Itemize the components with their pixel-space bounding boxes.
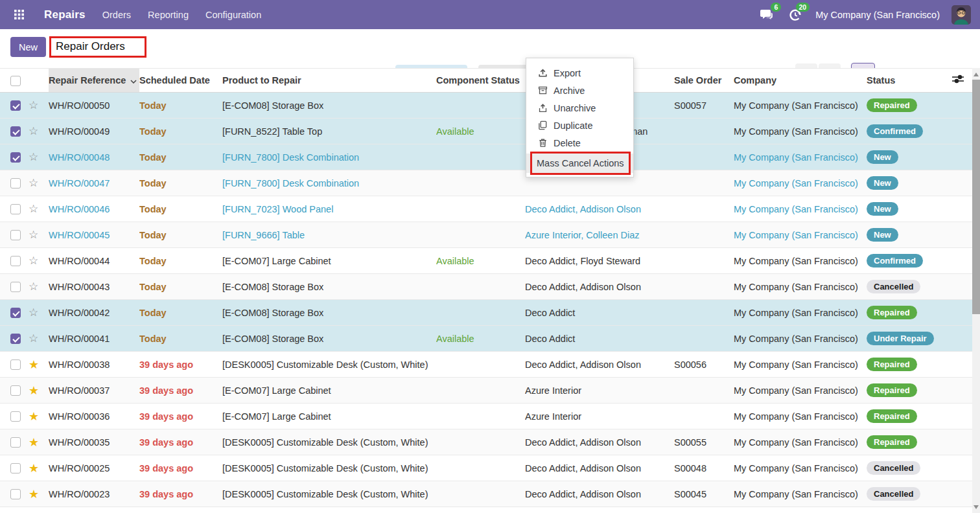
star-outline-icon[interactable]: ☆ (29, 177, 38, 189)
apps-menu-icon[interactable] (10, 6, 27, 23)
actions-dropdown: Export Archive Unarchive Duplicate Delet… (526, 58, 634, 177)
scroll-down-arrow-icon[interactable] (974, 505, 979, 509)
table-row[interactable]: ☆WH/RO/00047Today[FURN_7800] Desk Combin… (0, 170, 972, 196)
optional-columns-icon[interactable] (952, 74, 964, 87)
table-row[interactable]: ★WH/RO/0003639 days ago[E-COM07] Large C… (0, 404, 972, 429)
star-outline-icon[interactable]: ☆ (29, 151, 38, 163)
repair-reference: WH/RO/00036 (49, 411, 110, 422)
star-outline-icon[interactable]: ☆ (29, 125, 38, 137)
dropdown-item-archive[interactable]: Archive (526, 82, 633, 99)
row-checkbox[interactable] (10, 178, 21, 188)
table-row[interactable]: ☆WH/RO/00044Today[E-COM07] Large Cabinet… (0, 248, 972, 274)
activities-icon[interactable]: 20 (787, 6, 804, 23)
company: My Company (San Francisco) (734, 282, 858, 292)
star-filled-icon[interactable]: ★ (29, 488, 39, 501)
dropdown-item-duplicate[interactable]: Duplicate (526, 117, 633, 134)
scheduled-date: 39 days ago (139, 463, 193, 473)
row-checkbox[interactable] (10, 204, 21, 214)
star-outline-icon[interactable]: ☆ (29, 229, 38, 241)
table-row[interactable]: ★WH/RO/0002339 days ago[DESK0005] Custom… (0, 481, 972, 507)
row-checkbox[interactable] (10, 256, 21, 266)
app-name[interactable]: Repairs (44, 8, 86, 21)
vertical-scrollbar[interactable] (972, 68, 980, 513)
star-filled-icon[interactable]: ★ (29, 384, 39, 397)
menu-orders[interactable]: Orders (102, 10, 131, 20)
company: My Company (San Francisco) (734, 152, 858, 163)
table-row[interactable]: ☆WH/RO/00046Today[FURN_7023] Wood PanelD… (0, 196, 972, 222)
row-checkbox[interactable] (10, 463, 21, 473)
company-switcher[interactable]: My Company (San Francisco) (815, 10, 940, 20)
dropdown-item-delete[interactable]: Delete (526, 134, 633, 152)
col-repair-reference[interactable]: Repair Reference (49, 69, 139, 93)
select-all-checkbox[interactable] (10, 76, 21, 86)
col-product-to-repair[interactable]: Product to Repair (222, 69, 436, 93)
star-filled-icon[interactable]: ★ (29, 410, 39, 423)
row-checkbox[interactable] (10, 489, 21, 499)
table-row[interactable]: ☆WH/RO/00050Today[E-COM08] Storage BoxzS… (0, 93, 972, 119)
star-filled-icon[interactable]: ★ (29, 462, 39, 475)
row-checkbox[interactable] (10, 334, 21, 344)
star-outline-icon[interactable]: ☆ (29, 203, 38, 215)
star-outline-icon[interactable]: ☆ (29, 280, 38, 293)
product-to-repair: [E-COM07] Large Cabinet (222, 385, 331, 396)
table-row[interactable]: ☆WH/RO/00048Today[FURN_7800] Desk Combin… (0, 144, 972, 170)
dropdown-item-mass-cancel-actions[interactable]: Mass Cancel Actions (526, 154, 633, 173)
row-checkbox[interactable] (10, 152, 21, 163)
row-checkbox[interactable] (10, 437, 21, 448)
menu-reporting[interactable]: Reporting (148, 10, 189, 20)
star-filled-icon[interactable]: ★ (29, 358, 39, 371)
export-icon (537, 68, 548, 78)
row-checkbox[interactable] (10, 385, 21, 396)
star-outline-icon[interactable]: ☆ (29, 255, 38, 267)
table-row[interactable]: ☆WH/RO/00049Today[FURN_8522] Table TopAv… (0, 119, 972, 144)
customer: Deco Addict (525, 334, 575, 344)
table-row[interactable]: ★WH/RO/0003539 days ago[DESK0005] Custom… (0, 429, 972, 455)
new-button[interactable]: New (10, 37, 46, 57)
col-sale-order[interactable]: Sale Order (674, 69, 734, 93)
scheduled-date: 39 days ago (139, 411, 193, 422)
row-checkbox[interactable] (10, 411, 21, 422)
table-row[interactable]: ★WH/RO/0003739 days ago[E-COM07] Large C… (0, 378, 972, 404)
product-to-repair: [E-COM07] Large Cabinet (222, 411, 331, 422)
scroll-up-arrow-icon[interactable] (974, 73, 979, 76)
company: My Company (San Francisco) (734, 256, 858, 266)
messages-icon[interactable]: 6 (758, 6, 775, 23)
row-checkbox[interactable] (10, 308, 21, 318)
dropdown-item-export[interactable]: Export (526, 64, 633, 82)
star-filled-icon[interactable]: ★ (29, 436, 39, 449)
table-row[interactable]: ☆WH/RO/00045Today[FURN_9666] TableAzure … (0, 222, 972, 248)
repair-reference: WH/RO/00046 (49, 204, 110, 214)
star-outline-icon[interactable]: ☆ (29, 332, 38, 345)
repair-reference: WH/RO/00042 (49, 308, 110, 318)
customer: Deco Addict, Addison Olson (525, 282, 641, 292)
star-outline-icon[interactable]: ☆ (29, 306, 38, 319)
table-row[interactable]: ☆WH/RO/00043Today[E-COM08] Storage BoxDe… (0, 274, 972, 300)
col-company[interactable]: Company (734, 69, 867, 93)
table-row[interactable]: ☆WH/RO/00041Today[E-COM08] Storage BoxAv… (0, 326, 972, 352)
sort-descending-icon (130, 75, 137, 86)
menu-configuration[interactable]: Configuration (205, 10, 261, 20)
breadcrumb[interactable]: Repair Orders (56, 40, 125, 53)
customer: Azure Interior (525, 411, 581, 422)
row-checkbox[interactable] (10, 282, 21, 292)
product-to-repair: [DESK0005] Customizable Desk (Custom, Wh… (222, 359, 428, 370)
table-row[interactable]: ☆WH/RO/00042Today[E-COM08] Storage BoxDe… (0, 300, 972, 326)
row-checkbox[interactable] (10, 359, 21, 370)
user-avatar[interactable] (951, 5, 971, 25)
unarchive-icon (537, 103, 548, 113)
col-scheduled-date[interactable]: Scheduled Date (139, 69, 222, 93)
scrollbar-thumb[interactable] (972, 80, 980, 314)
table-header-row: Repair Reference Scheduled Date Product … (0, 69, 972, 93)
customer: Deco Addict, Addison Olson (525, 437, 641, 448)
star-outline-icon[interactable]: ☆ (29, 99, 38, 111)
row-checkbox[interactable] (10, 100, 21, 111)
scheduled-date: Today (139, 126, 167, 137)
table-row[interactable]: ★WH/RO/0002539 days ago[DESK0005] Custom… (0, 455, 972, 481)
table-row[interactable]: ★WH/RO/0003839 days ago[DESK0005] Custom… (0, 352, 972, 378)
dropdown-item-unarchive[interactable]: Unarchive (526, 99, 633, 117)
col-component-status[interactable]: Component Status (436, 69, 525, 93)
company: My Company (San Francisco) (734, 204, 858, 214)
product-to-repair: [FURN_7023] Wood Panel (222, 204, 333, 214)
row-checkbox[interactable] (10, 230, 21, 240)
row-checkbox[interactable] (10, 126, 21, 137)
